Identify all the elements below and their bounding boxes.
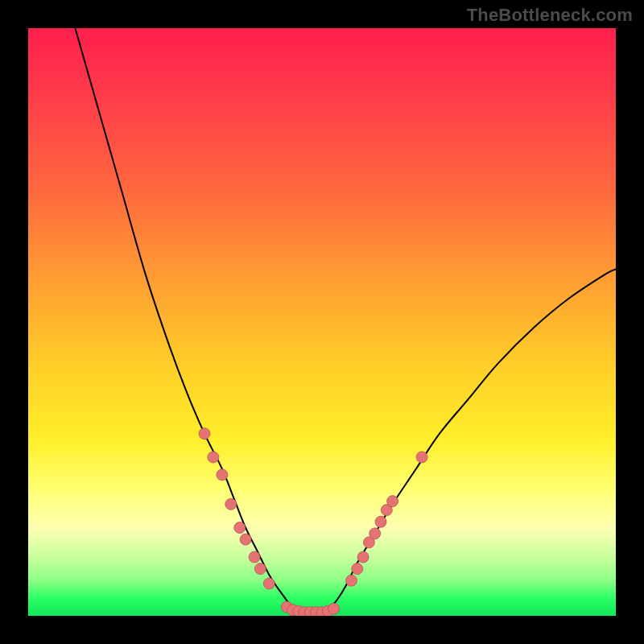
data-marker xyxy=(240,534,251,545)
data-marker xyxy=(416,452,427,463)
plot-area xyxy=(28,28,616,616)
data-marker xyxy=(328,603,340,614)
data-marker xyxy=(249,551,260,563)
data-marker xyxy=(217,469,228,481)
data-marker xyxy=(199,428,210,440)
watermark-text: TheBottleneck.com xyxy=(467,5,633,26)
data-marker xyxy=(254,564,266,575)
data-marker xyxy=(387,496,398,507)
data-marker xyxy=(208,452,219,463)
data-marker xyxy=(234,522,246,534)
data-marker xyxy=(352,564,363,575)
data-marker xyxy=(357,551,369,563)
data-marker xyxy=(225,498,237,510)
data-marker xyxy=(263,578,275,589)
chart-svg xyxy=(28,28,616,616)
data-marker xyxy=(375,516,386,527)
data-marker xyxy=(369,528,381,539)
data-marker xyxy=(346,575,357,586)
left-curve xyxy=(75,28,304,613)
data-markers xyxy=(199,428,427,616)
